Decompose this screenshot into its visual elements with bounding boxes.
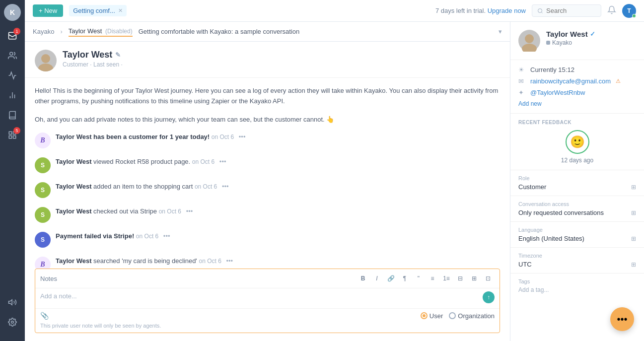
add-tag-link[interactable]: Add a tag... (518, 286, 636, 293)
sidebar-item-inbox[interactable]: 1 (3, 27, 21, 45)
svg-point-15 (525, 34, 534, 43)
feedback-smiley: 🙂 (566, 130, 589, 154)
svg-rect-8 (13, 136, 16, 138)
rp-org-dot (546, 41, 550, 45)
event-dots-3[interactable]: ••• (186, 207, 193, 215)
rp-twitter-row: ✦ @TaylorWestRnbw (518, 89, 636, 96)
rp-time: Currently 15:12 (530, 66, 574, 73)
conversation-chevron[interactable]: ▾ (499, 28, 502, 35)
sidebar-item-settings[interactable] (3, 313, 21, 331)
svg-point-10 (11, 321, 14, 324)
event-dots-1[interactable]: ••• (219, 158, 226, 165)
event-text-1: Taylor West viewed Rocket R58 product pa… (56, 158, 190, 165)
conversation-tabs: Kayako › Taylor West (Disabled) Getting … (25, 22, 510, 42)
rp-email-link[interactable]: rainbowcitycafe@gmail.com (530, 77, 611, 85)
rp-field-role-value: Customer ⊞ (518, 183, 636, 191)
timeline-event-2: S Taylor West added an item to the shopp… (35, 182, 500, 198)
rp-field-tz-edit[interactable]: ⊞ (631, 261, 636, 268)
breadcrumb-kayako[interactable]: Kayako (33, 27, 54, 36)
event-icon-bold-5: B (35, 257, 51, 269)
rp-field-lang-edit[interactable]: ⊞ (631, 235, 636, 242)
rp-time-row: ☀ Currently 15:12 (518, 66, 636, 73)
sidebar-item-reports[interactable] (3, 67, 21, 84)
tab-taylor-west[interactable]: Taylor West (Disabled) (69, 26, 133, 37)
sidebar-item-analytics[interactable] (3, 86, 21, 104)
notifications-icon[interactable] (607, 5, 616, 16)
notes-send-button[interactable]: ↑ (483, 291, 495, 303)
rp-email-row: ✉ rainbowcitycafe@gmail.com ⚠ (518, 77, 636, 85)
tab-label: Getting comf... (73, 7, 115, 14)
rp-field-conv-access: Conversation access Only requested conve… (510, 196, 644, 222)
feedback-section-title: RECENT FEEDBACK (518, 120, 636, 125)
toolbar-indent[interactable]: ⊞ (468, 272, 481, 285)
radio-user[interactable]: User (421, 312, 443, 320)
rp-field-lang-value: English (United States) ⊞ (518, 235, 636, 242)
twitter-icon: ✦ (518, 89, 526, 96)
right-panel: Taylor West ✓ Kayako ☀ Currently 15:12 ✉ (510, 22, 644, 341)
notes-label: Notes (40, 275, 57, 282)
sidebar-item-campaigns[interactable] (3, 293, 21, 311)
rp-field-tz-label: Timezone (518, 253, 636, 259)
tab-close-icon[interactable]: ✕ (118, 7, 123, 14)
timeline-event-0: B Taylor West has been a customer for 1 … (35, 133, 500, 148)
toolbar-paragraph[interactable]: ¶ (398, 272, 411, 285)
search-box[interactable] (532, 4, 601, 17)
event-text-2: Taylor West added an item to the shoppin… (56, 183, 193, 190)
edit-customer-name-icon[interactable]: ✎ (115, 51, 121, 59)
tab-getting-comfortable[interactable]: Getting comf... ✕ (69, 5, 127, 16)
toolbar-outdent[interactable]: ⊟ (454, 272, 467, 285)
rp-field-conv-edit[interactable]: ⊞ (631, 209, 636, 216)
toolbar-image[interactable]: ⊡ (482, 272, 495, 285)
rp-twitter-link[interactable]: @TaylorWestRnbw (530, 89, 585, 96)
sidebar-item-views[interactable]: 5 (3, 126, 21, 144)
intro-text-2: Oh, and you can add private notes to thi… (35, 115, 500, 125)
rp-field-tz-value: UTC ⊞ (518, 261, 636, 268)
search-input[interactable] (546, 7, 596, 14)
new-button[interactable]: + New (33, 4, 63, 17)
upgrade-link[interactable]: Upgrade now (488, 7, 526, 14)
attach-icon[interactable]: 📎 (40, 312, 49, 320)
rp-field-language: Language English (United States) ⊞ (510, 222, 644, 248)
toolbar-link[interactable]: 🔗 (384, 272, 397, 285)
online-indicator (632, 14, 636, 18)
event-dots-4[interactable]: ••• (163, 232, 170, 240)
radio-organization[interactable]: Organization (449, 312, 495, 320)
user-avatar-top[interactable]: T (622, 4, 636, 18)
feedback-days: 12 days ago (518, 157, 636, 164)
event-dots-2[interactable]: ••• (222, 183, 229, 190)
notes-hint: This private user note will only be seen… (35, 323, 500, 333)
new-button-label: + New (39, 7, 57, 14)
event-dots-0[interactable]: ••• (239, 133, 246, 140)
toolbar-italic[interactable]: I (370, 272, 383, 285)
rp-org: Kayako (546, 39, 595, 46)
topbar: + New Getting comf... ✕ 7 days left in t… (25, 0, 644, 22)
rp-field-role: Role Customer ⊞ (510, 170, 644, 196)
trial-message: 7 days left in trial. Upgrade now (435, 7, 526, 14)
event-text-0: Taylor West has been a customer for 1 ye… (56, 133, 210, 140)
toolbar-bold[interactable]: B (357, 272, 369, 285)
rp-field-role-edit[interactable]: ⊞ (631, 184, 636, 191)
event-meta-0: on Oct 6 (212, 134, 234, 140)
rp-info: ☀ Currently 15:12 ✉ rainbowcitycafe@gmai… (510, 60, 644, 114)
toolbar-quote[interactable]: " (412, 272, 425, 285)
event-dots-5[interactable]: ••• (226, 257, 233, 265)
event-icon-bold-0: B (35, 133, 51, 148)
rp-avatar (518, 30, 540, 52)
event-text-5: Taylor West searched 'my card is being d… (56, 257, 197, 265)
toolbar-ordered-list[interactable]: 1≡ (440, 272, 453, 285)
conversation-title: Getting comfortable with Kayako: a sampl… (139, 28, 493, 35)
event-meta-5: on Oct 6 (199, 258, 221, 265)
toolbar-unordered-list[interactable]: ≡ (426, 272, 439, 285)
content-area: Kayako › Taylor West (Disabled) Getting … (25, 22, 644, 341)
rp-add-new[interactable]: Add new (518, 100, 636, 107)
notes-footer: 📎 User Organization (35, 308, 500, 323)
sidebar-item-contacts[interactable] (3, 47, 21, 65)
event-meta-1: on Oct 6 (192, 158, 215, 165)
timeline-event-5: B Taylor West searched 'my card is being… (35, 257, 500, 269)
sidebar-item-docs[interactable] (3, 106, 21, 124)
conversation-panel: Kayako › Taylor West (Disabled) Getting … (25, 22, 510, 341)
chat-bubble[interactable]: ••• (610, 307, 634, 331)
verified-icon: ✓ (590, 30, 595, 38)
rp-field-conv-label: Conversation access (518, 201, 636, 207)
intro-text-1: Hello! This is the beginning of your Tay… (35, 86, 500, 107)
